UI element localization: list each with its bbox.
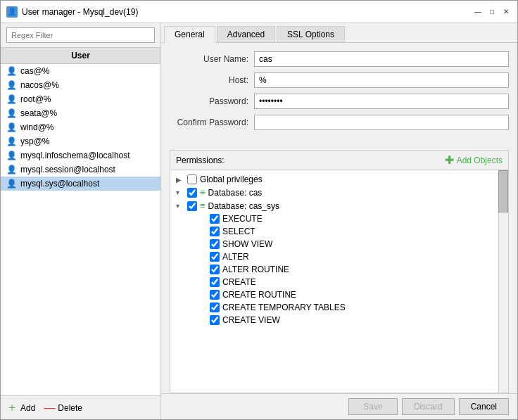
database-icon: ≡ [200,187,206,198]
permission-checkbox[interactable] [210,265,220,274]
user-name: nacos@% [20,80,59,90]
user-list-item[interactable]: 👤mysql.session@localhost [1,163,160,177]
user-icon: 👤 [6,179,16,189]
permission-checkbox[interactable] [210,315,220,325]
left-footer: ＋ Add — Delete [1,395,160,419]
tab-general[interactable]: General [164,26,215,43]
permission-item: CREATE ROUTINE [170,288,498,301]
save-button[interactable]: Save [348,398,398,415]
cancel-button[interactable]: Cancel [459,398,509,415]
permissions-section: Permissions: ✚ Add Objects ▶ Global priv… [170,150,509,393]
scrollbar-track[interactable] [498,170,508,393]
app-icon: 👤 [6,6,18,18]
permission-label: SELECT [222,227,255,236]
permission-checkbox[interactable] [210,252,220,262]
database-icon: ≡ [200,201,206,211]
password-row: Password: [170,94,509,109]
permission-item: ▶ Global privileges [170,173,498,186]
user-list-item[interactable]: 👤root@% [1,92,160,106]
username-label: User Name: [170,54,254,64]
host-row: Host: [170,72,509,88]
permission-checkbox[interactable] [210,227,220,236]
user-list-item[interactable]: 👤nacos@% [1,78,160,92]
user-list-item[interactable]: 👤mysql.infoschema@localhost [1,148,160,163]
username-input[interactable] [254,51,509,67]
permissions-list: ▶ Global privileges ▾ ≡ Database: cas ▾ … [170,170,508,393]
right-panel: General Advanced SSL Options User Name: … [161,23,517,419]
user-list: 👤cas@%👤nacos@%👤root@%👤seata@%👤wind@%👤ysp… [1,64,160,395]
permission-item: ALTER [170,250,498,263]
permission-checkbox[interactable] [210,214,220,224]
permissions-label: Permissions: [176,155,225,165]
user-list-header: User [1,48,160,64]
confirm-password-input[interactable] [254,115,509,130]
permission-label: EXECUTE [222,214,263,224]
user-list-item[interactable]: 👤mysql.sys@localhost [1,177,160,191]
add-objects-button[interactable]: ✚ Add Objects [445,153,503,167]
password-label: Password: [170,96,254,106]
regex-filter-container [1,23,160,48]
permission-label: CREATE ROUTINE [222,290,296,300]
permission-checkbox[interactable] [210,277,220,287]
permission-label: SHOW VIEW [222,239,272,249]
permission-item: SHOW VIEW [170,238,498,250]
expand-icon[interactable]: ▾ [176,189,184,196]
delete-label: Delete [58,403,82,413]
permission-checkbox[interactable] [187,201,197,211]
maximize-button[interactable]: □ [486,6,498,18]
permission-item: CREATE TEMPORARY TABLES [170,301,498,314]
permission-label: CREATE TEMPORARY TABLES [222,303,346,312]
permission-label: CREATE VIEW [222,315,280,325]
add-user-button[interactable]: ＋ Add [6,400,35,415]
tab-advanced[interactable]: Advanced [217,26,275,42]
delete-user-button[interactable]: — Delete [44,402,82,414]
user-name: wind@% [20,122,54,132]
content-area: User 👤cas@%👤nacos@%👤root@%👤seata@%👤wind@… [1,23,517,419]
left-panel: User 👤cas@%👤nacos@%👤root@%👤seata@%👤wind@… [1,23,161,419]
permission-label: ALTER ROUTINE [222,265,289,274]
permission-checkbox[interactable] [210,290,220,300]
password-input[interactable] [254,94,509,109]
tabs-bar: General Advanced SSL Options [161,23,517,43]
add-objects-plus-icon: ✚ [445,153,454,167]
scrollbar-thumb[interactable] [498,170,508,212]
user-icon: 👤 [6,94,16,104]
window-title: User manager - Mysql_dev(19) [22,7,472,17]
permission-item: SELECT [170,225,498,238]
permission-item: ALTER ROUTINE [170,263,498,276]
permission-checkbox[interactable] [210,303,220,312]
permission-checkbox[interactable] [187,174,197,184]
title-bar: 👤 User manager - Mysql_dev(19) — □ ✕ [1,1,517,23]
permission-checkbox[interactable] [210,239,220,249]
minimize-button[interactable]: — [472,6,484,18]
discard-button[interactable]: Discard [402,398,455,415]
expand-icon[interactable]: ▾ [176,202,184,210]
permission-label: ALTER [222,252,249,262]
tab-ssl[interactable]: SSL Options [277,26,345,42]
user-list-item[interactable]: 👤wind@% [1,120,160,134]
add-icon: ＋ [6,400,18,415]
permission-item: EXECUTE [170,212,498,225]
user-icon: 👤 [6,151,16,160]
user-list-item[interactable]: 👤cas@% [1,64,160,78]
regex-filter-input[interactable] [6,27,155,43]
user-list-item[interactable]: 👤seata@% [1,106,160,120]
user-name: mysql.sys@localhost [20,179,99,189]
user-list-item[interactable]: 👤ysp@% [1,134,160,148]
permission-checkbox[interactable] [187,188,197,198]
user-name: root@% [20,94,51,104]
close-button[interactable]: ✕ [500,6,512,18]
user-name: seata@% [20,108,57,118]
user-icon: 👤 [6,108,16,118]
user-icon: 👤 [6,66,16,76]
user-icon: 👤 [6,136,16,146]
user-name: mysql.session@localhost [20,165,115,174]
window-controls: — □ ✕ [472,6,512,18]
user-name: cas@% [20,66,50,76]
expand-icon[interactable]: ▶ [176,176,184,184]
host-input[interactable] [254,72,509,88]
user-icon: 👤 [6,122,16,132]
user-icon: 👤 [6,165,16,174]
username-row: User Name: [170,51,509,67]
user-name: mysql.infoschema@localhost [20,151,130,160]
